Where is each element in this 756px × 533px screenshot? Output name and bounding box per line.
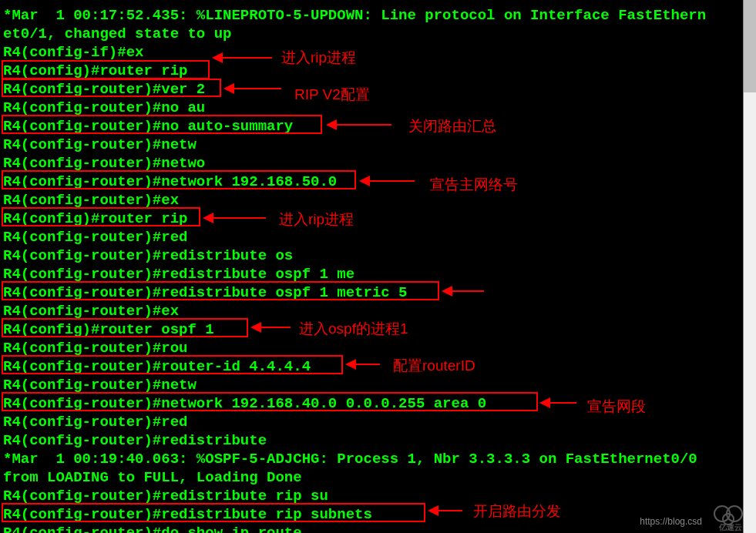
terminal-line: R4(config-router)#red	[3, 413, 753, 431]
terminal-line: R4(config-router)#redistribute os	[3, 246, 753, 265]
terminal-line: R4(config-router)#ver 2	[3, 80, 753, 99]
terminal-line: R4(config-router)#network 192.168.50.0	[3, 173, 753, 191]
terminal-line: R4(config)#router rip	[3, 62, 753, 80]
terminal-line: *Mar 1 00:19:40.063: %OSPF-5-ADJCHG: Pro…	[3, 450, 753, 468]
terminal-line: R4(config-router)#router-id 4.4.4.4	[3, 357, 753, 376]
terminal-line: R4(config)#router rip	[3, 210, 753, 228]
terminal-line: R4(config-router)#ex	[3, 191, 753, 210]
terminal-line: R4(config-router)#netwo	[3, 154, 753, 173]
terminal-line: R4(config-router)#netw	[3, 136, 753, 154]
terminal-line: R4(config-router)#netw	[3, 376, 753, 394]
terminal-line: R4(config-router)#red	[3, 228, 753, 246]
terminal-line: R4(config-router)#rou	[3, 339, 753, 357]
terminal-line: R4(config-router)#no au	[3, 99, 753, 117]
terminal-line: R4(config-if)#ex	[3, 43, 753, 62]
terminal-line: R4(config-router)#redistribute ospf 1 me…	[3, 283, 753, 302]
scrollbar-thumb[interactable]	[744, 0, 756, 92]
scrollbar[interactable]	[743, 0, 756, 533]
terminal-line: R4(config-router)#no auto-summary	[3, 117, 753, 136]
watermark: https://blog.csd	[640, 516, 702, 527]
terminal-output: *Mar 1 00:17:52.435: %LINEPROTO-5-UPDOWN…	[0, 0, 756, 533]
terminal-line: et0/1, changed state to up	[3, 25, 753, 43]
terminal-line: R4(config-router)#network 192.168.40.0 0…	[3, 394, 753, 413]
logo-icon: 亿速云	[708, 502, 753, 531]
terminal-line: R4(config-router)#redistribute	[3, 431, 753, 450]
terminal-line: *Mar 1 00:17:52.435: %LINEPROTO-5-UPDOWN…	[3, 6, 753, 25]
svg-text:亿速云: 亿速云	[718, 523, 742, 531]
terminal-line: R4(config-router)#redistribute rip su	[3, 487, 753, 505]
terminal-line: R4(config-router)#redistribute ospf 1 me	[3, 265, 753, 283]
terminal-line: from LOADING to FULL, Loading Done	[3, 468, 753, 487]
terminal-line: R4(config)#router ospf 1	[3, 320, 753, 339]
terminal-line: R4(config-router)#ex	[3, 302, 753, 320]
